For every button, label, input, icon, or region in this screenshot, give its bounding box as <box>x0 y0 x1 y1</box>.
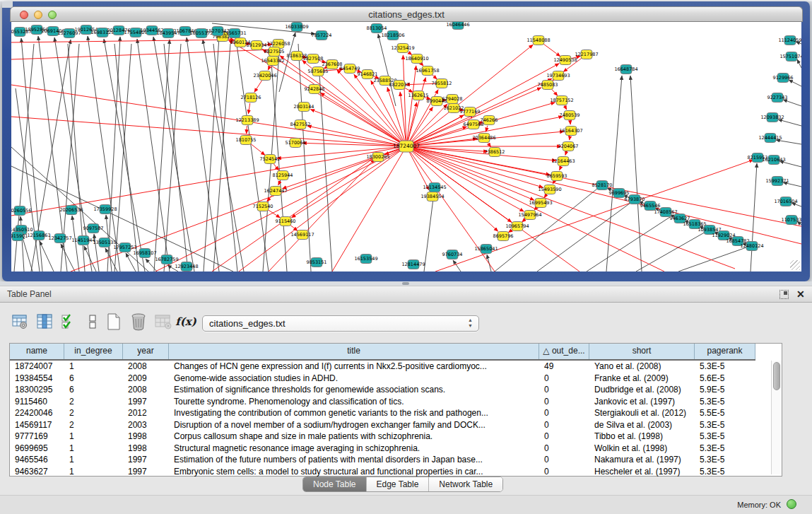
table-cell[interactable]: 1 <box>64 443 123 455</box>
network-graph[interactable]: 1872400779638228960124891293423226058982… <box>11 22 801 271</box>
table-cell[interactable]: Tibbo et al. (1998) <box>589 431 695 443</box>
table-cell[interactable]: 5.9E-5 <box>695 384 755 396</box>
table-cell[interactable]: 5.3E-5 <box>695 431 755 443</box>
divider-handle[interactable] <box>402 282 409 285</box>
column-header[interactable]: △ out_de... <box>539 344 589 359</box>
table-cell[interactable]: Wolkin et al. (1998) <box>589 443 695 455</box>
table-cell[interactable]: Dudbridge et al. (2008) <box>589 384 695 396</box>
table-type-tabs[interactable]: Node TableEdge TableNetwork Table <box>302 477 503 492</box>
node-table[interactable]: namein_degreeyeartitle△ out_de...shortpa… <box>9 343 782 477</box>
network-canvas[interactable]: 1872400779638228960124891293423226058982… <box>11 22 801 271</box>
table-cell[interactable]: 1 <box>64 466 123 478</box>
select-all-icon[interactable] <box>59 313 78 331</box>
network-nodes[interactable]: 1872400779638228960124891293423226058982… <box>11 22 801 271</box>
table-cell[interactable]: 5.3E-5 <box>695 454 755 466</box>
table-cell[interactable]: Corpus callosum shape and size in male p… <box>169 431 539 443</box>
table-cell[interactable]: 5.3E-5 <box>695 396 755 408</box>
table-row[interactable]: 977716911998Corpus callosum shape and si… <box>10 431 755 443</box>
table-row[interactable]: 969969511998Structural magnetic resonanc… <box>10 443 755 455</box>
table-cell[interactable]: 0 <box>539 443 589 455</box>
table-cell[interactable]: 22420046 <box>10 407 64 419</box>
table-cell[interactable]: 0 <box>539 373 589 385</box>
table-row[interactable]: 946554611997Estimation of the future num… <box>10 454 755 466</box>
table-cell[interactable]: 0 <box>539 454 589 466</box>
table-cell[interactable]: Estimation of the future numbers of pati… <box>169 454 539 466</box>
column-header[interactable]: pagerank <box>695 344 755 359</box>
table-cell[interactable]: 5.3E-5 <box>695 361 755 373</box>
table-cell[interactable]: 2 <box>64 407 123 419</box>
table-cell[interactable]: 5.3E-5 <box>695 443 755 455</box>
resize-grip[interactable] <box>790 260 800 270</box>
table-row[interactable]: 1456911722003Disruption of a novel membe… <box>10 419 755 431</box>
column-header[interactable]: title <box>169 344 539 359</box>
table-row[interactable]: 2242004622012Investigating the contribut… <box>10 407 755 419</box>
table-cell[interactable]: 9465546 <box>10 454 64 466</box>
table-cell[interactable]: de Silva et al. (2003) <box>589 419 695 431</box>
tab-network-table[interactable]: Network Table <box>429 477 502 491</box>
table-row[interactable]: 1938455462009Genome-wide association stu… <box>10 373 755 385</box>
table-cell[interactable]: 0 <box>539 419 589 431</box>
table-cell[interactable]: 0 <box>539 431 589 443</box>
table-cell[interactable]: 2 <box>64 396 123 408</box>
table-cell[interactable]: 19384554 <box>10 373 64 385</box>
column-header[interactable]: year <box>123 344 169 359</box>
table-row[interactable]: 1872400712008Changes of HCN gene express… <box>10 361 755 373</box>
table-cell[interactable]: 9115460 <box>10 396 64 408</box>
table-settings-icon[interactable] <box>11 313 29 331</box>
table-cell[interactable]: 0 <box>539 384 589 396</box>
table-cell[interactable]: Hescheler et al. (1997) <box>589 466 695 478</box>
table-cell[interactable]: 0 <box>539 466 589 478</box>
table-cell[interactable]: 1998 <box>123 431 169 443</box>
table-cell[interactable]: 2009 <box>123 373 169 385</box>
column-header[interactable]: in_degree <box>64 344 123 359</box>
column-header[interactable]: short <box>589 344 695 359</box>
table-cell[interactable]: 49 <box>539 361 589 373</box>
table-cell[interactable]: Changes of HCN gene expression and I(f) … <box>169 361 539 373</box>
tab-node-table[interactable]: Node Table <box>303 477 367 491</box>
table-cell[interactable]: 5.6E-5 <box>695 373 755 385</box>
table-cell[interactable]: Genome-wide association studies in ADHD. <box>169 373 539 385</box>
table-cell[interactable]: Tourette syndrome. Phenomenology and cla… <box>169 396 539 408</box>
show-column-icon[interactable] <box>35 313 54 331</box>
table-cell[interactable]: 6 <box>64 384 123 396</box>
table-cell[interactable]: 1997 <box>123 396 169 408</box>
row-height-icon[interactable] <box>83 313 102 331</box>
table-header-row[interactable]: namein_degreeyeartitle△ out_de...shortpa… <box>10 344 755 361</box>
table-cell[interactable]: 5.3E-5 <box>695 419 755 431</box>
table-cell[interactable]: 5.5E-5 <box>695 407 755 419</box>
table-cell[interactable]: Embryonic stem cells: a model to study s… <box>169 466 539 478</box>
table-cell[interactable]: Estimation of significance thresholds fo… <box>169 384 539 396</box>
table-cell[interactable]: 9699695 <box>10 443 64 455</box>
table-cell[interactable]: Nakamura et al. (1997) <box>589 454 695 466</box>
table-cell[interactable]: Investigating the contribution of common… <box>169 407 539 419</box>
table-cell[interactable]: 18300295 <box>10 384 64 396</box>
table-cell[interactable]: 0 <box>539 396 589 408</box>
table-cell[interactable]: 2003 <box>123 419 169 431</box>
table-cell[interactable]: 1997 <box>123 466 169 478</box>
table-cell[interactable]: 0 <box>539 407 589 419</box>
table-cell[interactable]: Stergiakouli et al. (2012) <box>589 407 695 419</box>
table-cell[interactable]: Disruption of a novel member of a sodium… <box>169 419 539 431</box>
table-cell[interactable]: 2008 <box>123 384 169 396</box>
delete-entries-icon[interactable] <box>129 313 148 331</box>
table-cell[interactable]: Jankovic et al. (1997) <box>589 396 695 408</box>
table-cell[interactable]: 1998 <box>123 443 169 455</box>
table-cell[interactable]: 1997 <box>123 454 169 466</box>
memory-ok-indicator[interactable] <box>787 499 796 509</box>
table-cell[interactable]: 14569117 <box>10 419 64 431</box>
new-table-icon[interactable] <box>105 313 123 331</box>
function-builder-icon[interactable]: f(x) <box>177 313 195 331</box>
table-cell[interactable]: 2008 <box>123 361 169 373</box>
table-cell[interactable]: 5.3E-5 <box>695 466 755 478</box>
table-cell[interactable]: Structural magnetic resonance image aver… <box>169 443 539 455</box>
table-cell[interactable]: Yano et al. (2008) <box>589 361 695 373</box>
table-cell[interactable]: 1 <box>64 431 123 443</box>
table-row[interactable]: 1830029562008Estimation of significance … <box>10 384 755 396</box>
table-body[interactable]: 1872400712008Changes of HCN gene express… <box>10 361 755 477</box>
table-cell[interactable]: Franke et al. (2009) <box>589 373 695 385</box>
network-window-titlebar[interactable]: citations_edges.txt <box>10 6 803 22</box>
table-cell[interactable]: 9777169 <box>10 431 64 443</box>
float-panel-icon[interactable] <box>779 290 789 299</box>
table-cell[interactable]: 1 <box>64 361 123 373</box>
scrollbar-thumb[interactable] <box>773 362 780 390</box>
